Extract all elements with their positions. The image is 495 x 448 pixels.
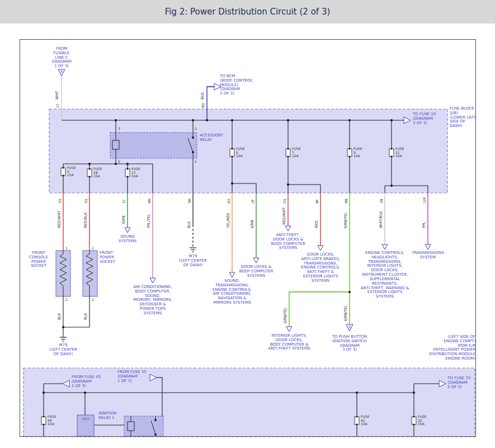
pin-12p: 12P — [423, 197, 426, 204]
from-fuse-43-label: FROM FUSE 43 (DIAGRAM 1 OF 3) — [72, 375, 101, 388]
dest-sound-systems: SOUND SYSTEMS — [111, 235, 144, 244]
dest-interior-lights: INTERIOR LIGHTS, DOOR LOCKS, BODY COMPUT… — [262, 334, 316, 351]
blu-wire-label: BLU — [201, 92, 205, 100]
fuse-17-label: FUSE 17 10A — [131, 167, 140, 178]
relay-pin-1: 1 — [195, 160, 197, 164]
fuse-11-label: FUSE 11 10A — [395, 147, 404, 158]
to-push-button-label: TO PUSH BUTTON IGNITION SWITCH (DIAGRAM … — [327, 335, 373, 352]
from-fusible-link-label: FROM FUSIBLE LINK C (DIAGRAM 1 OF 3) — [45, 47, 78, 69]
to-fuse-10-label: TO FUSE 10 (DIAGRAM 3 OF 3) — [413, 112, 436, 125]
blk-label-2: BLK — [84, 313, 88, 320]
grn-yel-main-label: GRN/YEL — [344, 305, 348, 321]
fuse-6-label: FUSE 6 10A — [236, 147, 244, 158]
dest-door-locks-body: DOOR LOCKS & BODY COMPUTER SYSTEMS — [233, 265, 280, 278]
from-fuse-55-label: FROM FUSE 55 (DIAGRAM 1 OF 3) — [117, 370, 147, 383]
m79-ground-relay-label: M79 (LEFT CENTER OF DASH) — [169, 254, 216, 267]
m79-ground-bottom-label: M79 (LEFT CENTER OF DASH) — [40, 343, 87, 356]
pin-8q-label: 8Q — [201, 103, 205, 108]
socket2-pin-2: 2 — [92, 298, 94, 302]
pin-1n: 1N — [380, 199, 383, 204]
wire-label-red: RED — [315, 220, 319, 228]
pin-1p: 1P — [251, 200, 254, 204]
fuse-9-label: FUSE 9 10A — [353, 147, 362, 158]
wire-label-blk-relay: BLK — [187, 221, 191, 228]
wire-label-red-wht-2: RED/WHT — [282, 208, 286, 225]
dest-transmissions: TRANSMISSIONS SYSTEM — [404, 251, 451, 260]
dest-sound-trans: SOUND, TRANSMISSIONS, ENGINE CONTROLS, A… — [203, 279, 261, 305]
relay-pin-3: 3 — [118, 127, 120, 131]
pin-4m: 4M — [148, 199, 151, 204]
blk-label-1: BLK — [58, 313, 62, 320]
wht-wire-label: WHT — [55, 91, 59, 100]
wire-label-grn-2: GRN — [251, 220, 254, 228]
pin-6q: 6Q — [227, 199, 230, 204]
to-bcm-label: TO BCM (BODY CONTROL MODULE) (DIAGRAM 3 … — [220, 74, 253, 96]
wire-label-yel-red: YEL/RED — [227, 213, 230, 228]
connector-g-letter: G — [345, 325, 354, 329]
pin-15-label: 15 — [56, 103, 59, 108]
wire-label-grn-yel: GRN/YEL — [344, 213, 348, 228]
ignition-relay-box — [124, 416, 163, 436]
fuse-32-label: FUSE 32 15A — [418, 415, 426, 426]
fuse-41-label: FUSE 41 10A — [361, 415, 369, 426]
dest-door-abs: DOOR LOCKS, ANTI-LOCK BRAKES, TRANSMISSI… — [295, 253, 346, 284]
pin-4n: 4N — [345, 199, 348, 204]
pin-8p: 8P — [315, 200, 319, 204]
front-power-socket-box — [83, 251, 97, 296]
relay-pin-2: 2 — [195, 127, 197, 131]
socket1-pin-2: 2 — [65, 298, 68, 302]
fuse-18-label: FUSE 18 15A — [93, 167, 102, 178]
front-console-socket-label: FRONT CONSOLE POWER SOCKET — [22, 251, 55, 268]
ignition-relay-label: IGNITION RELAY 1 — [98, 412, 116, 421]
fuse-5-label: FUSE 5 15A — [67, 166, 76, 177]
wire-label-ppl: PPL — [422, 222, 426, 228]
connector-b-letter: B — [57, 70, 66, 74]
fuse-block-box — [49, 109, 447, 193]
wire-label-wht-blu: WHT/BLU — [379, 211, 383, 228]
pin-7q: 7Q — [84, 199, 88, 204]
diagram-page: Fig 2: Power Distribution Circuit (2 of … — [0, 0, 495, 448]
front-power-socket-label: FRONT POWER SOCKET — [100, 251, 115, 264]
pin-3t: 3T — [122, 200, 126, 204]
fuse-40-label: FUSE 40 10A — [48, 415, 56, 426]
pin-7m: 7M — [188, 199, 191, 204]
cpu-label: CPU — [77, 417, 94, 421]
wire-label-grn-1: GRN — [122, 216, 126, 224]
relay-pin-5: 5 — [118, 160, 120, 164]
accessory-relay-label: ACCESSORY RELAY — [200, 134, 223, 143]
wire-label-red-wht-1: RED/WHT — [58, 211, 62, 228]
dest-ac-systems: AIR CONDITIONING, BODY COMPUTER, SOUND, … — [126, 285, 180, 316]
to-fuse-33-label: TO FUSE 33 (DIAGRAM 3 OF 3) — [447, 376, 470, 389]
accessory-relay-box — [110, 133, 197, 158]
fuse-7-label: FUSE 7 10A — [292, 147, 300, 158]
pin-5q: 5Q — [283, 199, 286, 204]
socket2-pin-1: 1 — [92, 247, 94, 251]
socket1-pin-1: 1 — [65, 247, 68, 251]
wire-label-red-blk: RED/BLK — [84, 213, 88, 228]
fuse-block-label: FUSE BLOCK (J/B) (LOWER LEFT SIDE OF DAS… — [450, 107, 476, 129]
dest-anti-theft: ANTI-THEFT, DOOR LOCKS & BODY COMPUTER S… — [263, 233, 313, 251]
ipdm-location-label: (LEFT SIDE OF ENGINE COMPT) IPDM E/R (IN… — [424, 335, 475, 361]
grn-yel-branch-label: GRN/YEL — [284, 308, 287, 323]
pin-1q: 1Q — [58, 199, 62, 204]
wire-label-ppl-yel: PPL/YEL — [147, 214, 151, 228]
